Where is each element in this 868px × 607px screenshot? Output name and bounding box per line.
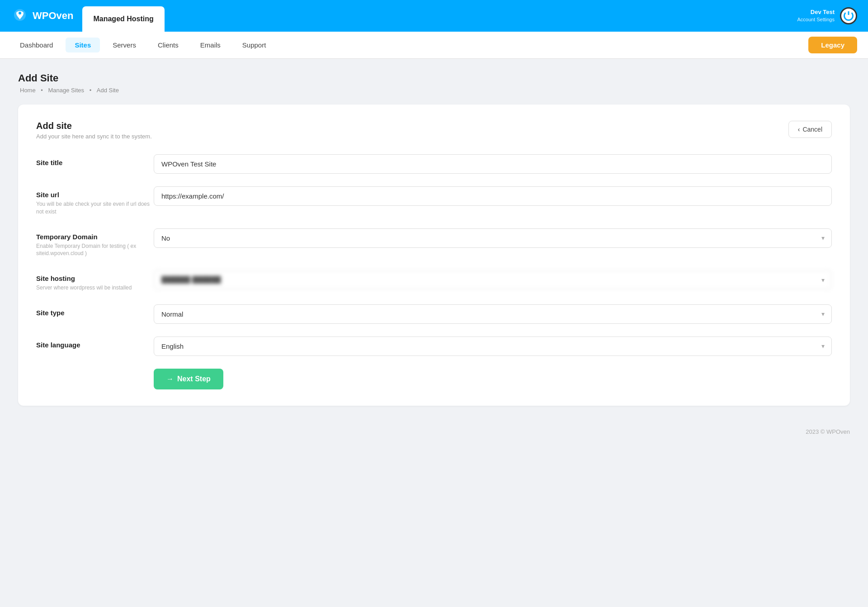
temporary-domain-label: Temporary Domain <box>36 233 154 241</box>
site-language-row: Site language English Spanish French Ger… <box>36 337 832 356</box>
site-url-input[interactable] <box>154 186 832 206</box>
power-icon <box>844 11 854 21</box>
site-language-label: Site language <box>36 341 154 349</box>
legacy-button[interactable]: Legacy <box>808 37 857 53</box>
site-title-row: Site title <box>36 154 832 174</box>
next-step-icon: → <box>166 375 174 383</box>
page-title: Add Site <box>18 72 850 84</box>
site-hosting-select-wrapper: ██████ ██████ ▾ <box>154 270 832 289</box>
footer-text: 2023 © WPOven <box>806 428 850 435</box>
managed-hosting-tab[interactable]: Managed Hosting <box>82 6 164 32</box>
site-url-hint: You will be able check your site even if… <box>36 200 154 216</box>
breadcrumb-manage-sites[interactable]: Manage Sites <box>48 87 85 94</box>
site-type-select-wrapper: Normal Staging Development ▾ <box>154 304 832 324</box>
site-type-row: Site type Normal Staging Development ▾ <box>36 304 832 324</box>
site-hosting-select[interactable]: ██████ ██████ <box>154 270 832 289</box>
breadcrumb-sep2: • <box>90 87 92 94</box>
site-language-label-col: Site language <box>36 337 154 349</box>
header-user: Dev Test Account Settings <box>797 8 835 24</box>
nav-support[interactable]: Support <box>233 38 275 52</box>
site-url-row: Site url You will be able check your sit… <box>36 186 832 216</box>
site-hosting-label-col: Site hosting Server where wordpress wil … <box>36 270 154 292</box>
temporary-domain-select[interactable]: No Yes <box>154 228 832 248</box>
site-url-label: Site url <box>36 191 154 199</box>
cancel-label: Cancel <box>802 126 822 133</box>
site-language-control: English Spanish French German ▾ <box>154 337 832 356</box>
account-settings-link[interactable]: Account Settings <box>797 16 835 23</box>
site-title-label: Site title <box>36 159 154 166</box>
add-site-card: Add site Add your site here and sync it … <box>18 104 850 406</box>
temporary-domain-hint: Enable Temporary Domain for testing ( ex… <box>36 242 154 258</box>
site-title-input[interactable] <box>154 154 832 174</box>
site-type-label-col: Site type <box>36 304 154 317</box>
cancel-icon: ‹ <box>798 126 800 133</box>
breadcrumb-home[interactable]: Home <box>20 87 36 94</box>
wpoven-logo-icon <box>11 7 29 25</box>
site-url-label-col: Site url You will be able check your sit… <box>36 186 154 216</box>
nav-dashboard[interactable]: Dashboard <box>11 38 62 52</box>
nav-servers[interactable]: Servers <box>104 38 145 52</box>
next-step-label: Next Step <box>177 375 211 383</box>
next-step-button[interactable]: → Next Step <box>154 369 223 389</box>
logo-text: WPOven <box>33 10 73 22</box>
card-title-area: Add site Add your site here and sync it … <box>36 121 152 140</box>
temporary-domain-control: No Yes ▾ <box>154 228 832 248</box>
site-language-select[interactable]: English Spanish French German <box>154 337 832 356</box>
site-type-select[interactable]: Normal Staging Development <box>154 304 832 324</box>
temporary-domain-select-wrapper: No Yes ▾ <box>154 228 832 248</box>
breadcrumb-add-site: Add Site <box>97 87 119 94</box>
header-right: Dev Test Account Settings <box>797 7 857 24</box>
breadcrumb: Home • Manage Sites • Add Site <box>18 87 850 94</box>
site-hosting-control: ██████ ██████ ▾ <box>154 270 832 289</box>
page-content: Add Site Home • Manage Sites • Add Site … <box>0 59 868 419</box>
logo-area: WPOven <box>11 7 73 25</box>
site-hosting-hint: Server where wordpress wil be installed <box>36 284 154 292</box>
site-language-select-wrapper: English Spanish French German ▾ <box>154 337 832 356</box>
nav-sites[interactable]: Sites <box>66 38 100 52</box>
site-url-control <box>154 186 832 206</box>
site-hosting-label: Site hosting <box>36 275 154 282</box>
temporary-domain-label-col: Temporary Domain Enable Temporary Domain… <box>36 228 154 258</box>
breadcrumb-sep1: • <box>41 87 43 94</box>
nav-bar: Dashboard Sites Servers Clients Emails S… <box>0 32 868 59</box>
site-hosting-row: Site hosting Server where wordpress wil … <box>36 270 832 292</box>
svg-point-1 <box>19 12 21 14</box>
cancel-button[interactable]: ‹ Cancel <box>788 121 832 138</box>
footer: 2023 © WPOven <box>0 419 868 444</box>
card-header: Add site Add your site here and sync it … <box>36 121 832 140</box>
username: Dev Test <box>797 8 835 16</box>
nav-emails[interactable]: Emails <box>191 38 230 52</box>
form-actions: → Next Step <box>154 369 832 389</box>
site-title-label-col: Site title <box>36 154 154 166</box>
power-button[interactable] <box>840 7 857 24</box>
site-title-control <box>154 154 832 174</box>
card-title: Add site <box>36 121 152 131</box>
card-subtitle: Add your site here and sync it to the sy… <box>36 133 152 140</box>
site-type-control: Normal Staging Development ▾ <box>154 304 832 324</box>
temporary-domain-row: Temporary Domain Enable Temporary Domain… <box>36 228 832 258</box>
nav-clients[interactable]: Clients <box>149 38 188 52</box>
site-type-label: Site type <box>36 309 154 317</box>
top-bar: WPOven Managed Hosting Dev Test Account … <box>0 0 868 32</box>
